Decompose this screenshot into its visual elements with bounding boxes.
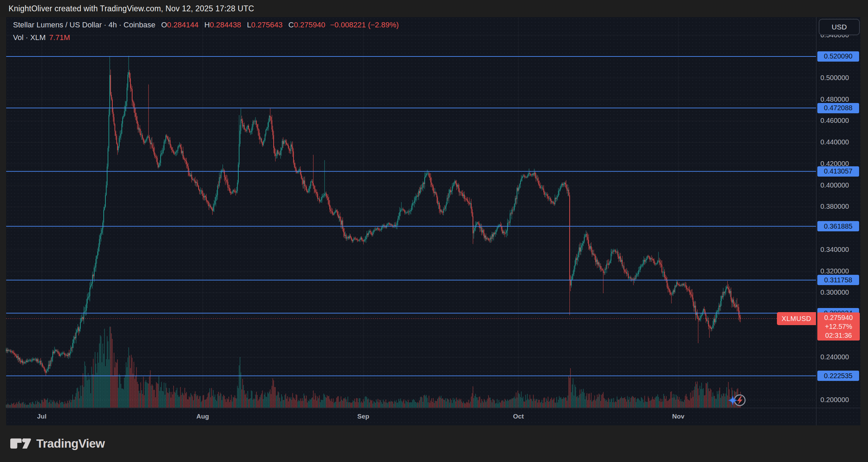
level-line-label[interactable]: 0.222535: [817, 371, 859, 381]
price-tick-label: 0.200000: [820, 396, 849, 404]
current-price-label[interactable]: 0.275940 +12.57% 02:31:36: [817, 312, 860, 341]
volume-value: 7.71M: [49, 33, 70, 42]
level-line-label[interactable]: 0.361885: [817, 221, 859, 231]
candle-countdown: 02:31:36: [825, 331, 852, 340]
price-tick-label: 0.500000: [820, 74, 849, 82]
legend-volume-row: Vol · XLM 7.71M: [13, 33, 399, 46]
price-tick-label: 0.340000: [820, 246, 849, 254]
price-tick-label: 0.400000: [820, 181, 849, 189]
level-line-label[interactable]: 0.520090: [817, 51, 859, 62]
month-label-aug: Aug: [197, 413, 209, 420]
high-value: H0.284438: [204, 21, 241, 29]
symbol-price-tag[interactable]: XLMUSD: [777, 312, 816, 325]
level-line-label[interactable]: 0.311758: [817, 275, 859, 285]
price-tick-label: 0.380000: [820, 203, 849, 210]
price-tick-label: 0.320000: [820, 267, 849, 275]
price-tick-label: 0.460000: [820, 117, 849, 125]
tradingview-brand[interactable]: TradingView: [36, 437, 105, 450]
price-tick-label: 0.480000: [820, 95, 849, 103]
chart-legend: Stellar Lumens / US Dollar · 4h · Coinba…: [13, 21, 399, 46]
close-value: C0.275940: [288, 21, 325, 29]
change-value: −0.008221 (−2.89%): [330, 21, 399, 29]
month-label-nov: Nov: [672, 413, 684, 420]
price-tick-label: 0.440000: [820, 138, 849, 146]
chart-plot-area[interactable]: [0, 0, 868, 462]
current-price-change: +12.57%: [825, 322, 852, 331]
current-price-value: 0.275940: [824, 313, 853, 322]
month-label-oct: Oct: [513, 413, 524, 420]
price-tick-label: 0.300000: [820, 288, 849, 296]
month-label-jul: Jul: [37, 413, 46, 420]
footer-bar: TradingView: [10, 437, 105, 450]
volume-label[interactable]: Vol · XLM: [13, 33, 46, 42]
tradingview-logo-icon[interactable]: [10, 438, 32, 449]
symbol-title[interactable]: Stellar Lumens / US Dollar · 4h · Coinba…: [13, 21, 155, 29]
price-tick-label: 0.240000: [820, 353, 849, 361]
currency-toggle-button[interactable]: USD: [819, 19, 860, 35]
level-line-label[interactable]: 0.413057: [817, 166, 859, 177]
level-line-label[interactable]: 0.472088: [817, 103, 859, 113]
month-label-sep: Sep: [357, 413, 369, 420]
legend-symbol-row: Stellar Lumens / US Dollar · 4h · Coinba…: [13, 21, 399, 33]
open-value: O0.284144: [161, 21, 199, 29]
low-value: L0.275643: [247, 21, 282, 29]
